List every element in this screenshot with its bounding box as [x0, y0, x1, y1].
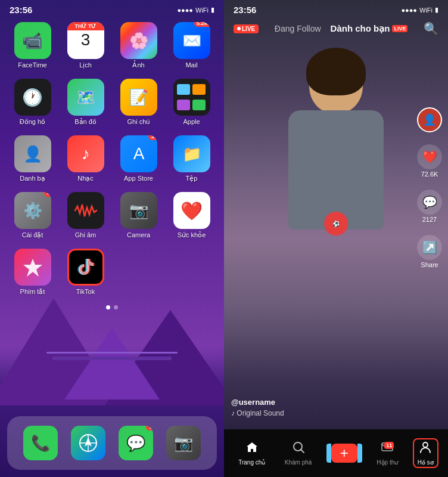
tiktok-nav: LIVE Đang Follow Dành cho bạn LIVE 🔍 [224, 21, 448, 36]
home-icon [245, 441, 259, 457]
right-phone-screen: ⚽ 23:56 ●●●● WiFi ▮ LIVE Đang Follow Dàn… [224, 0, 448, 477]
inbox-label: Hộp thư [377, 459, 398, 466]
bottom-nav-explore[interactable]: Khám phá [280, 438, 317, 468]
avatar-action[interactable]: 👤 [417, 107, 442, 132]
app-tiktok[interactable]: TikTok [63, 249, 108, 296]
for-you-tab[interactable]: Dành cho bạn LIVE [331, 23, 408, 34]
app-clock[interactable]: 🕐 Đồng hồ [10, 79, 55, 126]
facetime-icon: 📹 [14, 22, 51, 59]
settings-icon: ⚙️ 4 [14, 192, 51, 229]
tiktok-username: @username [231, 398, 406, 407]
person-hair [306, 48, 366, 95]
music-icon: ♪ [67, 135, 104, 172]
files-label: Tệp [186, 175, 198, 182]
settings-label: Cài đặt [22, 231, 43, 239]
app-grid-row1: 📹 FaceTime THỨ TƯ 3 Lịch 🌸 Ảnh ✉️ 5.295 [0, 17, 224, 74]
mail-label: Mail [185, 61, 197, 69]
following-tab[interactable]: Đang Follow [275, 24, 321, 33]
app-calendar[interactable]: THỨ TƯ 3 Lịch [63, 22, 108, 69]
bottom-nav-inbox[interactable]: 11 Hộp thư [372, 438, 403, 468]
app-appstore[interactable]: A 33 App Store [116, 135, 161, 182]
music-label: Nhạc [77, 175, 94, 182]
left-phone-screen: 23:56 ●●●● WiFi ▮ 📹 FaceTime THỨ TƯ 3 Lị… [0, 0, 224, 477]
appstore-label: App Store [124, 175, 153, 182]
app-music[interactable]: ♪ Nhạc [63, 135, 108, 182]
dock-camera[interactable]: 📷 [166, 426, 201, 460]
app-apple[interactable]: Apple [169, 79, 214, 126]
appstore-badge: 33 [148, 135, 157, 140]
app-health[interactable]: ❤️ Sức khỏe [169, 192, 214, 239]
live-badge[interactable]: LIVE [234, 24, 259, 33]
health-label: Sức khỏe [178, 231, 206, 239]
health-icon: ❤️ [173, 192, 210, 229]
live-indicator-dot [237, 27, 241, 30]
tiktok-search-icon[interactable]: 🔍 [424, 21, 438, 36]
profile-label: Hồ sơ [418, 459, 434, 466]
app-facetime[interactable]: 📹 FaceTime [10, 22, 55, 69]
like-action[interactable]: ❤️ 72.6K [417, 144, 442, 178]
dock: 📞 💬 1 📷 [7, 416, 217, 470]
calendar-day: THỨ TƯ [67, 22, 104, 30]
bridge-decoration [46, 352, 178, 367]
facetime-label: FaceTime [18, 61, 47, 69]
calendar-icon: THỨ TƯ 3 [67, 22, 104, 59]
app-camera[interactable]: 📷 Camera [116, 192, 161, 239]
calendar-label: Lịch [79, 61, 92, 69]
dock-messages[interactable]: 💬 1 [119, 426, 153, 460]
bottom-nav-add[interactable]: + [326, 441, 362, 465]
person-body: ⚽ [288, 110, 384, 230]
comment-action[interactable]: 💬 2127 [417, 190, 442, 223]
svg-line-9 [301, 450, 304, 453]
wifi-icon: WiFi [195, 7, 209, 14]
contacts-label: Danh bạ [20, 175, 45, 182]
mail-icon: ✉️ 5.295 [173, 22, 210, 59]
notes-label: Ghi chú [127, 118, 150, 125]
signal-icon: ●●●● [177, 7, 193, 14]
clock-icon: 🕐 [14, 79, 51, 116]
app-shortcuts[interactable]: Phím tắt [10, 249, 55, 296]
app-grid-row5: Phím tắt TikTok [0, 244, 224, 301]
tiktok-nav-tabs: Đang Follow Dành cho bạn LIVE [275, 23, 408, 34]
mail-badge: 5.295 [194, 22, 210, 27]
bottom-nav-home[interactable]: Trang chủ [234, 438, 270, 468]
contacts-icon: 👤 [14, 135, 51, 172]
tiktok-action-buttons: 👤 ❤️ 72.6K 💬 2127 ↗️ Share [417, 107, 442, 268]
comment-count: 2127 [422, 216, 437, 223]
add-button[interactable]: + [331, 444, 357, 463]
live-indicator-tab: LIVE [392, 25, 407, 32]
pagination-dot-2 [114, 305, 118, 309]
share-action[interactable]: ↗️ Share [417, 235, 442, 268]
appstore-svg-icon: A [129, 144, 149, 164]
share-icon: ↗️ [417, 235, 442, 260]
app-maps[interactable]: 🗺️ Bản đồ [63, 79, 108, 126]
dock-phone-icon: 📞 [23, 426, 58, 460]
tiktok-label: TikTok [76, 288, 95, 295]
dock-safari[interactable] [71, 426, 105, 460]
person-body-logo: ⚽ [324, 212, 348, 236]
dock-safari-icon [71, 426, 105, 460]
app-files[interactable]: 📁 Tệp [169, 135, 214, 182]
shortcuts-label: Phím tắt [20, 288, 45, 296]
settings-badge: 4 [44, 192, 51, 197]
photos-label: Ảnh [132, 61, 144, 69]
app-photos[interactable]: 🌸 Ảnh [116, 22, 161, 69]
comment-icon: 💬 [417, 190, 442, 215]
app-recorder[interactable]: Ghi âm [63, 192, 108, 239]
app-contacts[interactable]: 👤 Danh bạ [10, 135, 55, 182]
tiktok-battery-icon: ▮ [435, 6, 438, 14]
explore-label: Khám phá [285, 459, 312, 466]
tiktok-signal-icon: ●●●● [401, 7, 417, 14]
bottom-nav-profile[interactable]: Hồ sơ [413, 438, 438, 468]
app-notes[interactable]: 📝 Ghi chú [116, 79, 161, 126]
dock-phone[interactable]: 📞 [23, 426, 58, 460]
pagination-dots [0, 305, 224, 309]
share-count: Share [421, 261, 438, 268]
profile-icon [419, 441, 432, 457]
dock-camera-icon: 📷 [166, 426, 201, 460]
recorder-label: Ghi âm [75, 231, 96, 238]
app-settings[interactable]: ⚙️ 4 Cài đặt [10, 192, 55, 239]
app-mail[interactable]: ✉️ 5.295 Mail [169, 22, 214, 69]
clock-label: Đồng hồ [20, 118, 45, 126]
appstore-icon: A 33 [120, 135, 157, 172]
explore-icon [292, 441, 305, 457]
